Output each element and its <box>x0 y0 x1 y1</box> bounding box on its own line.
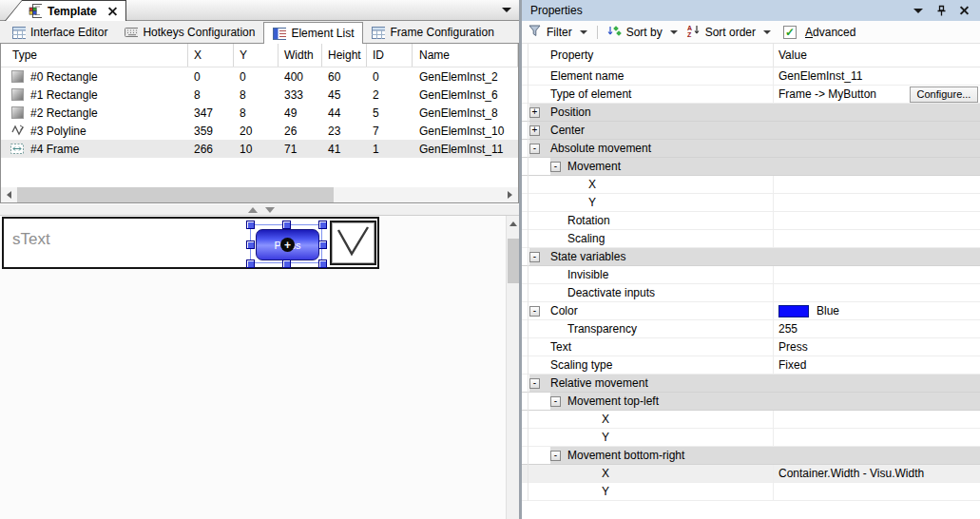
filter-button[interactable]: Filter <box>547 26 572 39</box>
subtab-element-list[interactable]: Element List <box>263 22 363 44</box>
expand-icon[interactable]: + <box>529 107 540 118</box>
sort-order-button[interactable]: Sort order <box>705 26 756 39</box>
selection-handle[interactable] <box>246 221 255 229</box>
collapse-icon[interactable]: - <box>550 396 561 407</box>
collapse-icon[interactable]: - <box>550 451 561 461</box>
sort-by-chevron-icon[interactable] <box>670 30 678 34</box>
property-row[interactable]: Element nameGenElemInst_11 <box>522 67 980 86</box>
property-value-cell[interactable]: Blue <box>773 302 980 319</box>
property-row[interactable]: Invisible <box>522 266 980 284</box>
property-row[interactable]: Y <box>522 194 980 212</box>
property-row[interactable]: +Center <box>522 122 980 140</box>
tab-template[interactable]: Template <box>5 0 126 21</box>
property-row[interactable]: X <box>522 176 980 194</box>
advanced-checkbox[interactable]: ✓ <box>783 26 797 39</box>
element-row[interactable]: #1 Rectangle88333452GenElemInst_6 <box>1 86 518 104</box>
property-row[interactable]: +Position <box>522 104 980 122</box>
property-row[interactable]: Rotation <box>522 212 980 230</box>
collapse-icon[interactable]: - <box>529 306 540 317</box>
property-value-cell[interactable]: Press <box>773 338 980 356</box>
property-value-cell[interactable] <box>773 158 980 175</box>
property-row[interactable]: TextPress <box>522 338 980 356</box>
collapse-icon[interactable]: - <box>529 144 540 154</box>
selection-handle[interactable] <box>318 260 327 268</box>
selection-handle[interactable] <box>318 240 327 249</box>
property-value-cell[interactable] <box>773 194 980 211</box>
element-row[interactable]: #2 Rectangle347849445GenElemInst_8 <box>1 104 518 122</box>
property-value-cell[interactable] <box>773 212 980 229</box>
property-value-cell[interactable]: Fixed <box>773 356 980 374</box>
property-value-cell[interactable] <box>773 483 980 500</box>
selection-handle[interactable] <box>282 221 291 229</box>
collapse-icon[interactable]: - <box>529 252 540 262</box>
scrollbar-thumb[interactable] <box>508 239 519 283</box>
pin-icon[interactable] <box>933 3 949 18</box>
selection-handle[interactable] <box>318 221 327 229</box>
configure-button[interactable]: Configure... <box>910 86 978 103</box>
property-row[interactable]: Y <box>522 429 980 447</box>
collapse-icon[interactable]: - <box>529 378 540 389</box>
vertical-scrollbar[interactable] <box>506 216 519 519</box>
static-text-element[interactable]: sText <box>12 230 50 249</box>
property-value-cell[interactable] <box>773 176 980 193</box>
visu-frame-rectangle[interactable]: sText Press + <box>2 217 379 269</box>
advanced-label[interactable]: Advanced <box>805 26 855 39</box>
visualization-canvas[interactable]: sText Press + <box>0 216 506 519</box>
property-value-cell[interactable] <box>773 429 980 446</box>
subtab-interface-editor[interactable]: Interface Editor <box>4 23 116 42</box>
scroll-right-icon[interactable] <box>502 187 518 202</box>
polyline-element[interactable] <box>330 221 376 265</box>
property-row[interactable]: XContainer.Width - Visu.Width <box>522 465 980 483</box>
collapse-icon[interactable]: - <box>550 162 561 172</box>
property-value-cell[interactable] <box>773 248 980 265</box>
expand-icon[interactable]: + <box>529 125 540 136</box>
sort-order-chevron-icon[interactable] <box>763 30 771 34</box>
window-menu-chevron-icon[interactable] <box>911 3 926 18</box>
scroll-left-icon[interactable] <box>1 187 17 202</box>
property-row[interactable]: Type of elementFrame -> MyButtonConfigur… <box>522 86 980 104</box>
element-row[interactable]: #0 Rectangle00400600GenElemInst_2 <box>1 67 518 86</box>
close-icon[interactable] <box>956 3 971 18</box>
property-row[interactable]: Transparency255 <box>522 320 980 338</box>
splitter-collapse-down-icon[interactable] <box>265 207 275 213</box>
tab-list-chevron-icon[interactable] <box>502 8 511 12</box>
property-row[interactable]: Scaling typeFixed <box>522 356 980 375</box>
sort-by-button[interactable]: Sort by <box>626 26 663 39</box>
property-value-cell[interactable] <box>773 284 980 301</box>
property-row[interactable]: -Movement bottom-right <box>522 447 980 465</box>
property-row[interactable]: -Movement <box>522 158 980 176</box>
element-row[interactable]: #4 Frame2661071411GenElemInst_11 <box>1 140 518 158</box>
property-value-cell[interactable]: Frame -> MyButtonConfigure... <box>773 86 980 103</box>
subtab-frame-configuration[interactable]: Frame Configuration <box>363 23 502 42</box>
subtab-hotkeys-configuration[interactable]: Hotkeys Configuration <box>116 23 263 42</box>
scrollbar-thumb[interactable] <box>17 187 334 202</box>
property-row[interactable]: -Absolute movement <box>522 140 980 158</box>
property-value-cell[interactable] <box>773 393 980 410</box>
property-value-cell[interactable] <box>773 140 980 157</box>
property-row[interactable]: Y <box>522 483 980 501</box>
property-value-cell[interactable] <box>773 375 980 392</box>
selection-handle[interactable] <box>246 240 255 249</box>
property-row[interactable]: Deactivate inputs <box>522 284 980 302</box>
scroll-up-icon[interactable] <box>507 216 520 231</box>
property-row[interactable]: X <box>522 411 980 429</box>
selection-handle[interactable] <box>246 260 255 268</box>
horizontal-scrollbar[interactable] <box>1 187 518 202</box>
property-value-cell[interactable] <box>773 122 980 139</box>
selection-handle[interactable] <box>282 260 291 268</box>
splitter-collapse-up-icon[interactable] <box>248 207 258 213</box>
property-value-cell[interactable]: GenElemInst_11 <box>773 67 980 85</box>
property-value-cell[interactable] <box>773 230 980 247</box>
property-value-cell[interactable]: Container.Width - Visu.Width <box>773 465 980 482</box>
property-row[interactable]: -Movement top-left <box>522 393 980 411</box>
filter-chevron-icon[interactable] <box>580 30 587 34</box>
property-value-cell[interactable] <box>773 447 980 464</box>
property-row[interactable]: -Relative movement <box>522 375 980 393</box>
element-row[interactable]: #3 Polyline3592026237GenElemInst_10 <box>1 122 518 140</box>
property-value-cell[interactable] <box>773 411 980 428</box>
property-row[interactable]: Scaling <box>522 230 980 248</box>
horizontal-splitter[interactable] <box>0 203 519 216</box>
property-value-cell[interactable]: 255 <box>773 320 980 337</box>
color-swatch[interactable] <box>778 305 809 317</box>
property-row[interactable]: -ColorBlue <box>522 302 980 320</box>
